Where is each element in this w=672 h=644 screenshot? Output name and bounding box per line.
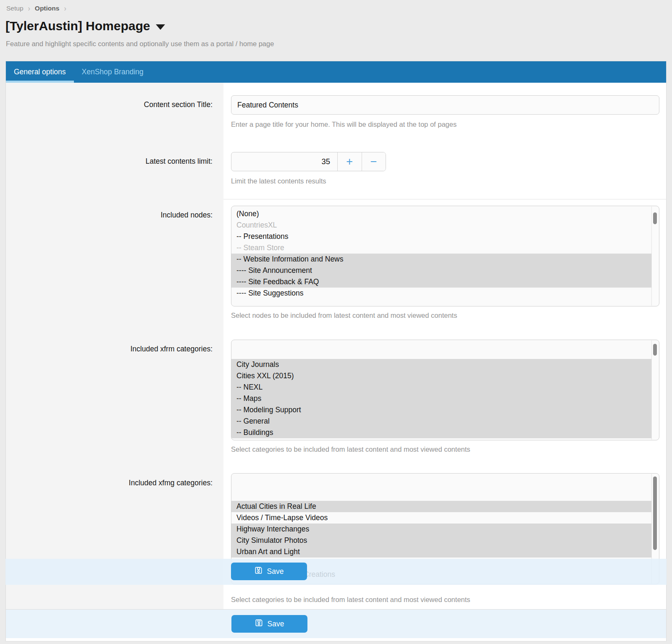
options-page: Setup › Options › [TylerAustin] Homepage… bbox=[0, 0, 672, 644]
breadcrumb-separator-icon: › bbox=[28, 4, 30, 13]
included-nodes-description: Select nodes to be included from latest … bbox=[231, 312, 659, 319]
included-xfrm-categories-listbox: City JournalsCities XXL (2015)-- NEXL-- … bbox=[231, 340, 659, 440]
content-section-title-description: Enter a page title for your home. This w… bbox=[231, 120, 659, 128]
list-option[interactable]: -- NEXL bbox=[231, 382, 652, 393]
included-xfmg-categories-description: Select categories to be included from la… bbox=[231, 596, 659, 604]
tab-xenshop-branding[interactable]: XenShop Branding bbox=[74, 61, 152, 83]
options-panel: General options XenShop Branding Content… bbox=[5, 61, 667, 641]
scrollbar-track bbox=[651, 340, 659, 440]
list-option[interactable]: -- Maps bbox=[231, 393, 652, 404]
list-option[interactable]: City Simulator Photos bbox=[231, 535, 652, 546]
scrollbar-thumb[interactable] bbox=[653, 476, 657, 550]
tab-general-options[interactable]: General options bbox=[6, 61, 74, 83]
title-dropdown-icon[interactable] bbox=[156, 24, 165, 30]
options-form: Content section Title: Enter a page titl… bbox=[6, 83, 666, 641]
footer-save-bar: Save bbox=[6, 609, 666, 638]
list-option[interactable]: -- Steam Store bbox=[231, 242, 652, 254]
increment-button[interactable]: + bbox=[337, 152, 362, 171]
list-option[interactable]: Videos / Time-Lapse Videos bbox=[231, 512, 652, 524]
list-option[interactable]: ---- Site Suggestions bbox=[231, 288, 652, 299]
scrollbar-track bbox=[651, 207, 659, 306]
floating-save-bar: Save bbox=[5, 559, 667, 585]
form-row-content-section-title: Content section Title: Enter a page titl… bbox=[6, 83, 666, 140]
latest-contents-limit-input[interactable] bbox=[231, 152, 337, 171]
list-option[interactable]: (None) bbox=[231, 208, 652, 220]
quantity-stepper: + − bbox=[231, 152, 386, 171]
included-xfrm-categories-description: Select categories to be included from la… bbox=[231, 445, 659, 453]
breadcrumb-setup[interactable]: Setup bbox=[6, 5, 24, 12]
list-option[interactable]: Actual Cities in Real Life bbox=[231, 501, 652, 512]
tab-bar: General options XenShop Branding bbox=[6, 61, 666, 83]
form-row-included-nodes: Included nodes: (None)CountriesXL-- Pres… bbox=[6, 199, 666, 340]
form-row-latest-contents-limit: Latest contents limit: + − Limit the lat… bbox=[6, 140, 666, 199]
list-option[interactable]: Urban Art and Light bbox=[231, 546, 652, 558]
list-option[interactable]: -- Buildings bbox=[231, 427, 652, 438]
latest-contents-limit-label: Latest contents limit: bbox=[6, 140, 223, 199]
save-icon bbox=[255, 619, 263, 629]
content-section-title-label: Content section Title: bbox=[6, 83, 223, 140]
included-xfmg-categories-label: Included xfmg categories: bbox=[6, 473, 223, 609]
page-subtitle: Feature and highlight specific contents … bbox=[6, 40, 672, 48]
content-section-title-input[interactable] bbox=[231, 95, 659, 115]
list-option[interactable]: -- Website Information and News bbox=[231, 254, 652, 265]
save-button[interactable]: Save bbox=[231, 615, 307, 633]
scrollbar-thumb[interactable] bbox=[653, 212, 657, 224]
list-option[interactable]: -- General bbox=[231, 416, 652, 427]
list-option[interactable]: -- Modeling Support bbox=[231, 404, 652, 416]
list-option[interactable]: CountriesXL bbox=[231, 220, 652, 231]
decrement-button[interactable]: − bbox=[362, 152, 386, 171]
save-button[interactable]: Save bbox=[231, 563, 307, 580]
list-option[interactable]: Cities XXL (2015) bbox=[231, 370, 652, 382]
included-nodes-listbox: (None)CountriesXL-- Presentations-- Stea… bbox=[231, 206, 659, 306]
list-option[interactable]: ---- Site Announcement bbox=[231, 265, 652, 276]
latest-contents-limit-description: Limit the latest contents results bbox=[231, 177, 659, 185]
save-button-label: Save bbox=[268, 620, 284, 628]
breadcrumb-separator-icon: › bbox=[64, 4, 66, 13]
breadcrumb-options[interactable]: Options bbox=[35, 5, 60, 12]
list-option[interactable]: Highway Interchanges bbox=[231, 524, 652, 535]
form-row-included-xfrm-categories: Included xfrm categories: City JournalsC… bbox=[6, 340, 666, 473]
list-option[interactable]: City Journals bbox=[231, 359, 652, 370]
list-option[interactable]: ---- Site Feedback & FAQ bbox=[231, 276, 652, 288]
breadcrumb: Setup › Options › bbox=[0, 0, 672, 12]
page-title-text: [TylerAustin] Homepage bbox=[5, 19, 150, 33]
included-nodes-label: Included nodes: bbox=[6, 199, 223, 340]
form-row-included-xfmg-categories: Included xfmg categories: Actual Cities … bbox=[6, 473, 666, 609]
save-icon bbox=[255, 566, 262, 576]
included-xfrm-categories-label: Included xfrm categories: bbox=[6, 340, 223, 473]
scrollbar-thumb[interactable] bbox=[653, 344, 657, 356]
save-button-label: Save bbox=[267, 567, 284, 576]
list-option[interactable]: -- Presentations bbox=[231, 231, 652, 242]
page-title: [TylerAustin] Homepage bbox=[5, 19, 672, 33]
